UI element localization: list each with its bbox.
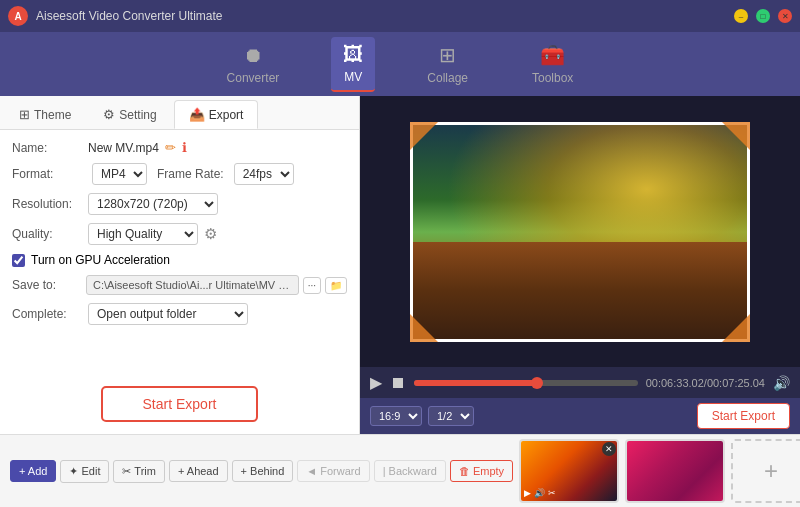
edit-button[interactable]: ✦ Edit: [60, 460, 109, 483]
close-button[interactable]: ✕: [778, 9, 792, 23]
nav-toolbox[interactable]: 🧰 Toolbox: [520, 37, 585, 91]
name-info-icon[interactable]: ℹ: [182, 140, 187, 155]
nav-toolbox-label: Toolbox: [532, 71, 573, 85]
backward-button[interactable]: | Backward: [374, 460, 446, 482]
thumb-audio-icon: 🔊: [534, 488, 545, 498]
strip-controls: + Add ✦ Edit ✂ Trim + Ahead + Behind ◄ F…: [10, 460, 513, 483]
progress-bar[interactable]: [414, 380, 638, 386]
display-select[interactable]: 1/2: [428, 406, 474, 426]
save-label: Save to:: [12, 278, 82, 292]
right-panel: ▶ ⏹ 00:06:33.02/00:07:25.04 🔊 16:9 1/2: [360, 96, 800, 434]
nav-mv-label: MV: [344, 70, 362, 84]
quality-label: Quality:: [12, 227, 82, 241]
save-to-row: Save to: C:\Aiseesoft Studio\Ai...r Ulti…: [12, 275, 347, 295]
tab-setting-label: Setting: [119, 108, 156, 122]
window-controls: – □ ✕: [734, 9, 792, 23]
setting-tab-icon: ⚙: [103, 107, 115, 122]
thumbnail-list: ✕ ▶ 🔊 ✂ +: [519, 439, 800, 503]
main-content: ⊞ Theme ⚙ Setting 📤 Export Name:: [0, 96, 800, 434]
preview-frame: [410, 122, 750, 342]
thumb-trim-icon: ✂: [548, 488, 556, 498]
bottom-strip: + Add ✦ Edit ✂ Trim + Ahead + Behind ◄ F…: [0, 434, 800, 507]
corner-decoration-tr: [722, 122, 750, 150]
mv-icon: 🖼: [343, 43, 363, 66]
top-navigation: ⏺ Converter 🖼 MV ⊞ Collage 🧰 Toolbox: [0, 32, 800, 96]
gpu-row: Turn on GPU Acceleration: [12, 253, 347, 267]
stop-button[interactable]: ⏹: [390, 374, 406, 392]
start-export-right-button[interactable]: Start Export: [697, 403, 790, 429]
progress-fill: [414, 380, 537, 386]
save-path-more-button[interactable]: ···: [303, 277, 321, 294]
format-label: Format:: [12, 167, 82, 181]
thumbnail-1[interactable]: ✕ ▶ 🔊 ✂: [519, 439, 619, 503]
thumbnail-2[interactable]: [625, 439, 725, 503]
export-tab-icon: 📤: [189, 107, 205, 122]
gpu-label: Turn on GPU Acceleration: [31, 253, 170, 267]
time-display: 00:06:33.02/00:07:25.04: [646, 377, 765, 389]
nav-converter[interactable]: ⏺ Converter: [215, 38, 292, 91]
empty-button[interactable]: 🗑 Empty: [450, 460, 513, 482]
ahead-button[interactable]: + Ahead: [169, 460, 228, 482]
tab-bar: ⊞ Theme ⚙ Setting 📤 Export: [0, 96, 359, 130]
play-button[interactable]: ▶: [370, 373, 382, 392]
corner-decoration-tl: [410, 122, 438, 150]
add-button[interactable]: + Add: [10, 460, 56, 482]
gpu-checkbox[interactable]: [12, 254, 25, 267]
converter-icon: ⏺: [243, 44, 263, 67]
progress-handle[interactable]: [531, 377, 543, 389]
complete-label: Complete:: [12, 307, 82, 321]
name-edit-icon[interactable]: ✏: [165, 140, 176, 155]
volume-icon[interactable]: 🔊: [773, 375, 790, 391]
preview-image: [413, 125, 747, 339]
resolution-row: Resolution: 1280x720 (720p): [12, 193, 347, 215]
trim-button[interactable]: ✂ Trim: [113, 460, 164, 483]
framerate-label: Frame Rate:: [157, 167, 224, 181]
quality-row: Quality: High Quality ⚙: [12, 223, 347, 245]
thumb-icons-1: ▶ 🔊 ✂: [524, 488, 556, 498]
tab-theme[interactable]: ⊞ Theme: [4, 100, 86, 129]
name-field-group: New MV.mp4 ✏ ℹ: [88, 140, 187, 155]
nav-mv[interactable]: 🖼 MV: [331, 37, 375, 92]
start-export-left-container: Start Export: [0, 374, 359, 434]
app-logo: A: [8, 6, 28, 26]
corner-decoration-br: [722, 314, 750, 342]
forward-button[interactable]: ◄ Forward: [297, 460, 369, 482]
video-preview: [360, 96, 800, 367]
thumb-image-2: [627, 441, 723, 501]
theme-tab-icon: ⊞: [19, 107, 30, 122]
resolution-select[interactable]: 1280x720 (720p): [88, 193, 218, 215]
app-title: Aiseesoft Video Converter Ultimate: [36, 9, 734, 23]
player-controls: ▶ ⏹ 00:06:33.02/00:07:25.04 🔊: [360, 367, 800, 398]
titlebar: A Aiseesoft Video Converter Ultimate – □…: [0, 0, 800, 32]
collage-icon: ⊞: [439, 43, 456, 67]
resolution-label: Resolution:: [12, 197, 82, 211]
complete-select[interactable]: Open output folder: [88, 303, 248, 325]
corner-decoration-bl: [410, 314, 438, 342]
name-value: New MV.mp4: [88, 141, 159, 155]
aspect-ratio-select[interactable]: 16:9: [370, 406, 422, 426]
quality-select[interactable]: High Quality: [88, 223, 198, 245]
nav-collage[interactable]: ⊞ Collage: [415, 37, 480, 91]
left-panel: ⊞ Theme ⚙ Setting 📤 Export Name:: [0, 96, 360, 434]
format-select[interactable]: MP4: [92, 163, 147, 185]
complete-row: Complete: Open output folder: [12, 303, 347, 325]
export-settings: Name: New MV.mp4 ✏ ℹ Format: MP4 Frame R…: [0, 130, 359, 374]
quality-settings-icon[interactable]: ⚙: [204, 225, 217, 243]
save-path-browse-button[interactable]: 📁: [325, 277, 347, 294]
add-thumbnail-button[interactable]: +: [731, 439, 800, 503]
nav-converter-label: Converter: [227, 71, 280, 85]
name-label: Name:: [12, 141, 82, 155]
right-bottom-toolbar: 16:9 1/2 Start Export: [360, 398, 800, 434]
tab-setting[interactable]: ⚙ Setting: [88, 100, 171, 129]
tab-export-label: Export: [209, 108, 244, 122]
framerate-select[interactable]: 24fps: [234, 163, 294, 185]
minimize-button[interactable]: –: [734, 9, 748, 23]
tab-export[interactable]: 📤 Export: [174, 100, 259, 129]
start-export-left-button[interactable]: Start Export: [101, 386, 259, 422]
name-row: Name: New MV.mp4 ✏ ℹ: [12, 140, 347, 155]
save-path-display: C:\Aiseesoft Studio\Ai...r Ultimate\MV E…: [86, 275, 299, 295]
toolbox-icon: 🧰: [540, 43, 565, 67]
behind-button[interactable]: + Behind: [232, 460, 294, 482]
maximize-button[interactable]: □: [756, 9, 770, 23]
tab-theme-label: Theme: [34, 108, 71, 122]
